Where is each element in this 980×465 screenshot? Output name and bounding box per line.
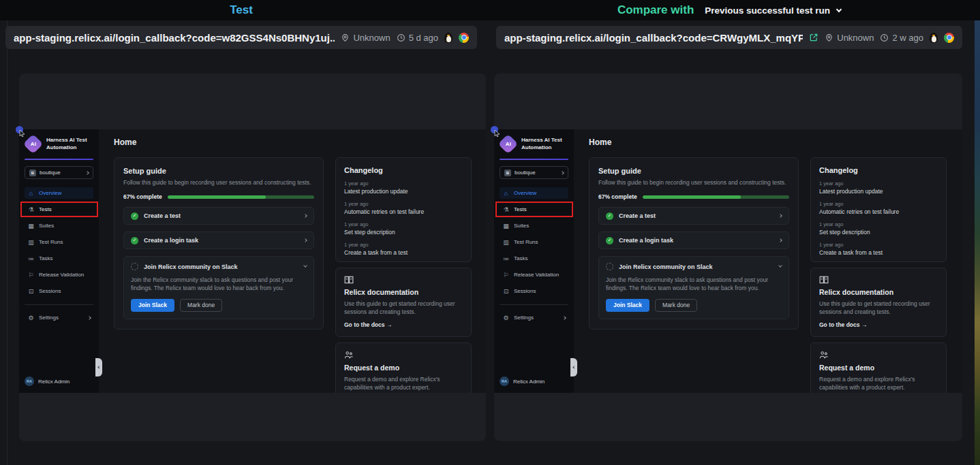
screenshot-sidebar: AI Harness AI Test Automation B boutique… — [19, 129, 99, 393]
setup-guide-desc: Follow this guide to begin recording use… — [598, 179, 789, 186]
chevron-right-icon — [303, 238, 307, 242]
chrome-browser-icon — [459, 33, 469, 43]
progress-bar — [643, 195, 789, 199]
test-header: Test — [5, 0, 477, 20]
mark-done-button: Mark done — [655, 299, 697, 312]
setup-task-join-slack: Join Relicx community on Slack Join the … — [123, 256, 314, 319]
sidebar-item-overview: ⌂ Overview — [500, 187, 568, 199]
sidebar-collapse-handle — [95, 358, 102, 376]
test-url: app-staging.relicx.ai/login_callback?cod… — [14, 32, 335, 44]
sidebar-accent-divider — [500, 159, 568, 160]
documentation-title: Relicx documentation — [344, 288, 463, 296]
location-pin-icon — [825, 33, 833, 42]
harness-logo-icon: AI — [23, 133, 44, 154]
chevron-down-icon — [836, 6, 842, 12]
documentation-desc: Use this guide to get started recording … — [344, 300, 463, 317]
sidebar-item-tasks: ≔ Tasks — [500, 253, 568, 264]
progress-fill — [643, 195, 741, 199]
test-screenshot-viewer[interactable]: AI Harness AI Test Automation B boutique… — [19, 74, 486, 441]
request-demo-card: Request a demo Request a demo and explor… — [810, 342, 947, 393]
unchecked-circle-icon — [131, 263, 138, 270]
book-icon — [819, 276, 829, 284]
brand-name: Harness AI Test Automation — [521, 136, 562, 151]
test-url-bar: app-staging.relicx.ai/login_callback?cod… — [5, 26, 477, 49]
chevron-right-icon — [303, 214, 307, 218]
brand: AI Harness AI Test Automation — [500, 135, 568, 153]
clock-icon — [880, 33, 889, 42]
setup-task-create-test: Create a test — [598, 207, 789, 225]
changelog-entry: 1 year ago Create a task from a test — [344, 242, 463, 256]
check-circle-icon — [131, 212, 138, 220]
project-badge: B — [29, 170, 36, 176]
setup-task-join-slack: Join Relicx community on Slack Join the … — [598, 256, 789, 319]
chevron-right-icon — [778, 214, 782, 218]
compare-run-selector[interactable]: Previous successful test run — [705, 5, 841, 16]
brand-name: Harness AI Test Automation — [46, 136, 87, 151]
sidebar-item-suites: ▦ Suites — [25, 220, 93, 231]
location-meta: Unknown — [341, 33, 390, 43]
sidebar-item-overview: ⌂ Overview — [25, 187, 93, 199]
progress-fill — [168, 195, 266, 199]
sidebar-accent-divider — [25, 159, 93, 160]
flask-icon: ⚗ — [502, 206, 510, 213]
chevron-down-icon — [303, 263, 307, 268]
screenshot-main: Home Setup guide Follow this guide to be… — [574, 129, 962, 393]
age-meta: 5 d ago — [397, 33, 438, 43]
changelog-entry: 1 year ago Set step description — [819, 221, 938, 236]
check-circle-icon — [131, 237, 138, 244]
flask-icon: ⚗ — [27, 206, 35, 213]
list-icon: ≔ — [27, 255, 35, 262]
columns-icon: ▥ — [27, 239, 35, 246]
book-icon — [344, 276, 354, 284]
join-slack-button: Join Slack — [606, 299, 649, 312]
changelog-card: Changelog 1 year ago Latest production u… — [335, 157, 472, 262]
changelog-entry: 1 year ago Latest production update — [819, 180, 938, 195]
sidebar-item-settings: ⚙ Settings — [25, 312, 93, 323]
setup-guide-card: Setup guide Follow this guide to begin r… — [114, 157, 324, 330]
user-account: RA Relicx Admin — [25, 376, 93, 386]
comparison-header: Test Compare with Previous successful te… — [0, 0, 980, 20]
join-slack-button: Join Slack — [131, 299, 174, 312]
cursor-position-marker — [491, 126, 498, 133]
sidebar-item-suites: ▦ Suites — [500, 220, 568, 231]
home-icon: ⌂ — [502, 190, 510, 197]
documentation-title: Relicx documentation — [819, 288, 938, 296]
setup-task-create-login-task: Create a login task — [598, 231, 789, 249]
camera-icon: ⊡ — [502, 288, 510, 295]
age-meta: 2 w ago — [880, 33, 923, 43]
external-link-icon[interactable] — [809, 33, 818, 42]
chevron-right-icon — [778, 238, 782, 242]
gear-icon: ⚙ — [502, 315, 510, 321]
setup-guide-title: Setup guide — [598, 167, 789, 175]
panel-edge-divider — [7, 20, 7, 465]
request-demo-desc: Request a demo and explore Relicx's capa… — [344, 375, 463, 392]
project-name: boutique — [40, 170, 61, 176]
people-icon — [819, 351, 829, 359]
setup-guide-card: Setup guide Follow this guide to begin r… — [589, 157, 799, 330]
user-account: RA Relicx Admin — [500, 376, 568, 386]
user-name: Relicx Admin — [38, 379, 70, 385]
request-demo-title: Request a demo — [819, 364, 938, 372]
adjacent-screenshot-strip — [975, 20, 980, 465]
sidebar-item-release-validation: ⚐ Release Validation — [25, 269, 93, 280]
sidebar-item-release-validation: ⚐ Release Validation — [500, 269, 568, 280]
changelog-title: Changelog — [344, 166, 463, 174]
compare-panel-title: Compare with — [617, 3, 694, 17]
request-demo-title: Request a demo — [344, 364, 463, 372]
changelog-entry: 1 year ago Latest production update — [344, 180, 463, 195]
progress-label: 67% complete — [123, 193, 162, 200]
chevron-right-icon — [560, 171, 564, 175]
documentation-card: Relicx documentation Use this guide to g… — [810, 268, 947, 337]
location-meta: Unknown — [825, 33, 874, 43]
chrome-browser-icon — [944, 33, 954, 43]
sidebar-nav: ⌂ Overview ⚗ Tests ▦ Suites ▥ Test Runs — [500, 187, 568, 328]
project-name: boutique — [515, 170, 536, 176]
sidebar-item-sessions: ⊡ Sessions — [25, 285, 93, 297]
compare-screenshot-viewer[interactable]: AI Harness AI Test Automation B boutique… — [494, 74, 962, 441]
sidebar-divider — [500, 304, 568, 305]
setup-guide-desc: Follow this guide to begin recording use… — [123, 179, 314, 186]
flag-icon: ⚐ — [27, 272, 35, 278]
cursor-position-marker — [16, 126, 23, 133]
clock-icon — [397, 33, 405, 42]
changelog-card: Changelog 1 year ago Latest production u… — [810, 157, 947, 262]
